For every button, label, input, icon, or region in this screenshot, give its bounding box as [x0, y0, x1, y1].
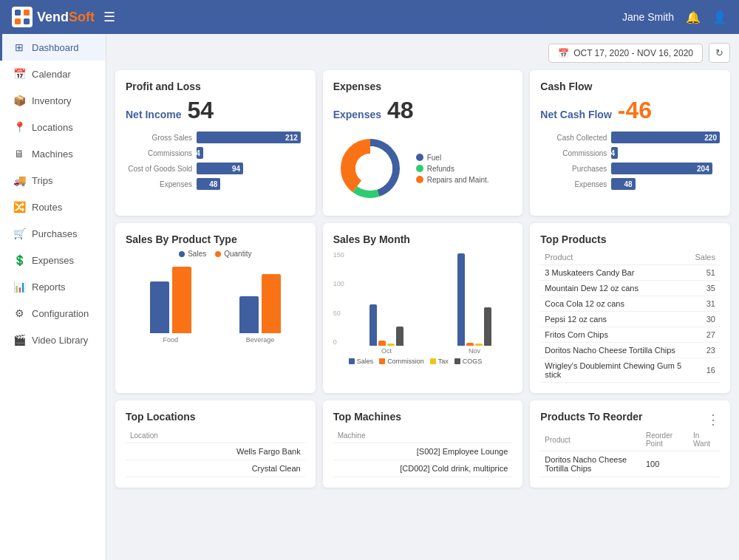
sidebar-item-video-library[interactable]: 🎬 Video Library: [0, 327, 106, 353]
month-legend-commission: Commission: [379, 358, 424, 365]
cash-flow-title: Cash Flow: [540, 81, 720, 92]
top-locations-title: Top Locations: [126, 411, 305, 423]
top-machines-title: Top Machines: [333, 411, 513, 423]
sidebar-item-reports[interactable]: 📊 Reports: [0, 273, 106, 300]
bar-track-cf-expenses: 48: [611, 178, 720, 190]
product-name: Fritos Corn Chips: [540, 327, 690, 343]
month-legend-label-sales: Sales: [357, 358, 374, 365]
bar-val-cogs: 94: [232, 165, 243, 173]
oct-cogs-bar: [396, 327, 403, 346]
table-row: Pepsi 12 oz cans30: [540, 312, 720, 327]
sidebar-label-dashboard: Dashboard: [32, 42, 79, 53]
logo-icon: [12, 7, 33, 27]
food-bars: [150, 267, 191, 333]
product-sales: 16: [690, 358, 720, 383]
legend-quantity: Quantity: [215, 250, 251, 258]
bell-icon[interactable]: 🔔: [686, 10, 701, 24]
bar-label-commissions: Commissions: [126, 149, 192, 157]
sales-by-month-card: Sales By Month 150 100 50 0: [323, 223, 523, 393]
sales-by-product-card: Sales By Product Type Sales Quantity: [115, 223, 316, 393]
legend-repairs: Repairs and Maint.: [416, 176, 489, 184]
month-legend-cogs: COGS: [454, 358, 483, 365]
cash-flow-chart: Cash Collected 220 Commissions 14: [540, 132, 720, 190]
legend-dot-fuel: [416, 154, 423, 161]
bar-label-purchases: Purchases: [540, 165, 607, 173]
bar-val-commissions: 14: [192, 149, 203, 157]
bar-fill-purchases: 204: [611, 163, 712, 174]
routes-icon: 🔀: [13, 201, 26, 213]
bar-row-cash-collected: Cash Collected 220: [540, 132, 720, 143]
top-machines-table: Machine [S002] Employee Lounge[CD002] Co…: [333, 428, 513, 477]
beverage-group: Beverage: [239, 274, 281, 344]
legend-quantity-label: Quantity: [224, 250, 251, 258]
product-name: Doritos Nacho Cheese Tortilla Chips: [540, 343, 690, 358]
top-locations-table: Location Wells Fargo BankCrystal Clean: [126, 428, 305, 477]
bar-val-cf-expenses: 48: [624, 180, 635, 188]
date-range-button[interactable]: 📅 OCT 17, 2020 - NOV 16, 2020: [548, 44, 703, 63]
product-sales: 23: [690, 343, 720, 358]
sidebar-item-routes[interactable]: 🔀 Routes: [0, 194, 106, 220]
sidebar-label-trips: Trips: [32, 175, 52, 186]
nov-sales-bar: [457, 253, 465, 346]
header-left: VendSoft ☰: [12, 7, 115, 27]
bar-row-gross-sales: Gross Sales 212: [126, 132, 305, 143]
refresh-icon: ↻: [715, 47, 723, 58]
bar-val-purchases: 204: [697, 165, 712, 173]
sidebar-item-expenses[interactable]: 💲 Expenses: [0, 247, 106, 273]
bar-fill-cf-commissions: 14: [611, 147, 618, 159]
app-logo: VendSoft: [12, 7, 95, 27]
food-label: Food: [163, 336, 178, 344]
month-legend-label-cogs: COGS: [463, 358, 483, 365]
sidebar-label-inventory: Inventory: [32, 95, 71, 106]
bar-row-cf-commissions: Commissions 14: [540, 147, 720, 159]
product-sales: 35: [690, 281, 720, 296]
bar-track-gross-sales: 212: [197, 132, 305, 143]
hamburger-button[interactable]: ☰: [103, 9, 115, 25]
machines-icon: 🖥: [13, 148, 26, 160]
sidebar-label-locations: Locations: [32, 122, 73, 133]
sidebar-item-locations[interactable]: 📍 Locations: [0, 114, 106, 140]
food-group: Food: [150, 267, 191, 344]
sidebar-item-machines[interactable]: 🖥 Machines: [0, 140, 106, 167]
net-cash-flow-value: -46: [618, 97, 652, 124]
sales-by-month-title: Sales By Month: [333, 233, 513, 245]
purchases-icon: 🛒: [13, 228, 26, 239]
nov-bars: [457, 250, 491, 346]
sidebar-item-dashboard[interactable]: ⊞ Dashboard: [0, 34, 106, 61]
top-products-header-row: Product Sales: [540, 250, 720, 265]
date-range-text: OCT 17, 2020 - NOV 16, 2020: [573, 48, 693, 58]
main-layout: ⊞ Dashboard 📅 Calendar 📦 Inventory 📍 Loc…: [0, 34, 739, 560]
dots-menu-icon[interactable]: ⋮: [706, 412, 720, 428]
expenses-metric-value: 48: [387, 97, 414, 124]
top-cards-row: Profit and Loss Net Income 54 Gross Sale…: [115, 70, 730, 216]
date-bar: 📅 OCT 17, 2020 - NOV 16, 2020 ↻: [115, 43, 730, 63]
y-label-0: 0: [333, 338, 344, 346]
refresh-button[interactable]: ↻: [709, 43, 730, 63]
expenses-title: Expenses: [333, 81, 513, 92]
month-legend-sales: Sales: [349, 358, 374, 365]
y-label-50: 50: [333, 310, 344, 317]
sidebar-item-inventory[interactable]: 📦 Inventory: [0, 87, 106, 114]
top-products-title: Top Products: [540, 233, 720, 245]
sidebar-item-configuration[interactable]: ⚙ Configuration: [0, 300, 106, 327]
trips-icon: 🚚: [13, 174, 26, 186]
legend-dot-quantity: [215, 251, 221, 257]
legend-dot-refunds: [416, 165, 423, 172]
col-location: Location: [126, 428, 305, 443]
sidebar-item-trips[interactable]: 🚚 Trips: [0, 167, 106, 194]
top-products-tbody: 3 Muskateers Candy Bar51Mountain Dew 12 …: [540, 265, 720, 383]
bar-val-expenses: 48: [209, 180, 220, 188]
legend-fuel: Fuel: [416, 154, 489, 162]
sidebar-item-calendar[interactable]: 📅 Calendar: [0, 61, 106, 87]
sidebar-item-purchases[interactable]: 🛒 Purchases: [0, 220, 106, 247]
location-name: Crystal Clean: [126, 460, 305, 477]
table-row: Mountain Dew 12 oz cans35: [540, 281, 720, 296]
bar-track-cash-collected: 220: [611, 132, 720, 143]
month-legend-tax: Tax: [430, 358, 449, 365]
svg-rect-1: [24, 10, 30, 16]
month-bars-row: Oct Nov: [349, 250, 513, 358]
oct-sales-bar: [370, 304, 377, 346]
month-legend-dot-commission: [379, 358, 385, 364]
col-sales: Sales: [690, 250, 720, 265]
user-profile-icon[interactable]: 👤: [712, 10, 727, 24]
